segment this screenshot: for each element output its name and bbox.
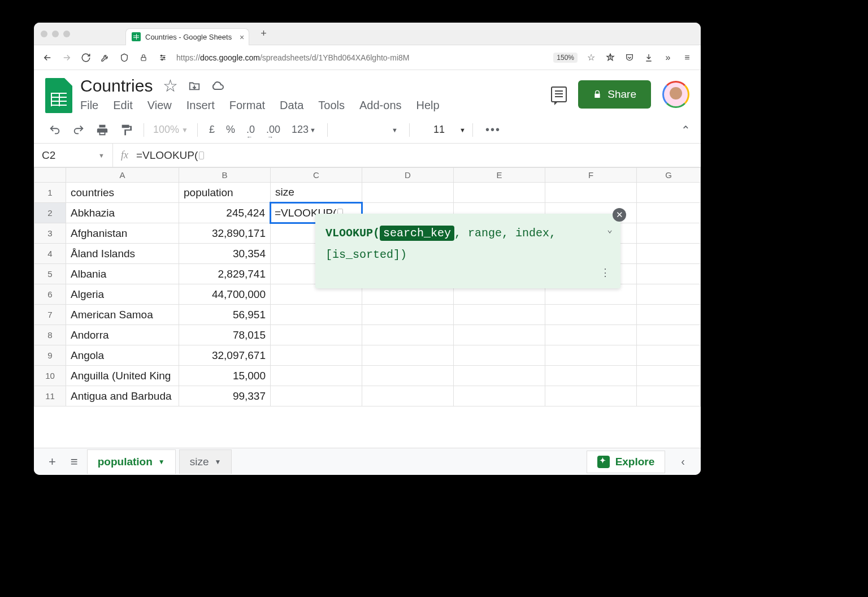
paint-format-icon[interactable]	[115, 120, 137, 140]
titlebar: Countries - Google Sheets × +	[34, 23, 701, 45]
svg-rect-0	[141, 57, 146, 60]
table-row: 1 countries population size	[34, 183, 701, 203]
svg-point-3	[162, 59, 163, 60]
formula-tooltip: ⌄ VLOOKUP(search_key, range, index, [is_…	[315, 214, 620, 288]
cloud-status-icon[interactable]	[211, 79, 224, 93]
browser-tab[interactable]: Countries - Google Sheets ×	[125, 28, 249, 45]
col-header-a[interactable]: A	[66, 168, 179, 183]
formula-input[interactable]: =VLOOKUP(	[136, 149, 204, 162]
tab-title: Countries - Google Sheets	[145, 33, 232, 41]
table-row: 10Anguilla (United King15,000	[34, 366, 701, 386]
download-icon[interactable]	[643, 52, 654, 63]
table-row: 8Andorra78,015	[34, 325, 701, 345]
star-icon[interactable]: ☆	[585, 52, 597, 63]
percent-button[interactable]: %	[222, 120, 240, 139]
col-header-b[interactable]: B	[179, 168, 271, 183]
menu-help[interactable]: Help	[416, 99, 440, 112]
name-box[interactable]: C2▼	[34, 144, 113, 167]
table-row: 11Antigua and Barbuda99,337	[34, 386, 701, 406]
more-toolbar-icon[interactable]: •••	[485, 123, 501, 136]
number-format-button[interactable]: 123▼	[287, 120, 320, 139]
back-icon[interactable]	[42, 52, 53, 63]
col-header-f[interactable]: F	[545, 168, 637, 183]
explore-button[interactable]: Explore	[587, 451, 666, 473]
permissions-icon[interactable]	[157, 52, 168, 63]
new-tab-button[interactable]: +	[261, 28, 267, 40]
traffic-lights[interactable]	[41, 31, 70, 37]
side-panel-toggle-icon[interactable]: ‹	[674, 451, 692, 473]
pocket-icon[interactable]	[624, 52, 635, 63]
reload-icon[interactable]	[80, 52, 92, 63]
forward-icon	[61, 52, 72, 63]
menu-addons[interactable]: Add-ons	[359, 99, 402, 112]
share-button[interactable]: Share	[578, 80, 651, 109]
menu-format[interactable]: Format	[229, 99, 265, 112]
account-avatar[interactable]	[662, 81, 689, 108]
print-icon[interactable]	[92, 120, 113, 140]
table-row: 7American Samoa56,951	[34, 305, 701, 325]
sheet-tab-bar: + ≡ population▼ size▼ Explore ‹	[34, 448, 701, 475]
chevrons-icon[interactable]: »	[662, 52, 674, 63]
increase-decimal-button[interactable]: .00→	[262, 120, 285, 139]
menu-view[interactable]: View	[147, 99, 172, 112]
fx-icon: fx	[113, 149, 136, 161]
menu-bar: File Edit View Insert Format Data Tools …	[80, 99, 543, 112]
sheet-tab-size[interactable]: size▼	[179, 449, 232, 474]
doc-title[interactable]: Countries	[80, 76, 153, 96]
font-select[interactable]: ▼	[335, 123, 402, 137]
url-bar: https://docs.google.com/spreadsheets/d/1…	[34, 45, 701, 70]
tooltip-close-icon[interactable]: ✕	[613, 208, 626, 222]
zoom-badge[interactable]: 150%	[553, 53, 578, 63]
tooltip-collapse-icon[interactable]: ⌄	[607, 222, 613, 239]
hamburger-icon[interactable]: ≡	[682, 52, 693, 63]
menu-edit[interactable]: Edit	[113, 99, 132, 112]
font-size-select[interactable]: 11 ▼	[433, 124, 466, 136]
svg-point-2	[163, 57, 164, 58]
move-doc-icon[interactable]	[188, 80, 201, 92]
star-doc-icon[interactable]: ☆	[163, 76, 178, 96]
undo-icon[interactable]	[44, 120, 66, 140]
bookmark-icon[interactable]	[605, 52, 616, 63]
svg-point-1	[161, 55, 162, 56]
all-sheets-button[interactable]: ≡	[65, 451, 84, 473]
menu-insert[interactable]: Insert	[186, 99, 215, 112]
col-header-c[interactable]: C	[271, 168, 362, 183]
explore-icon	[597, 456, 610, 468]
menu-tools[interactable]: Tools	[318, 99, 345, 112]
collapse-toolbar-icon[interactable]: ⌃	[681, 123, 691, 137]
spreadsheet-grid[interactable]: A B C D E F G 1 countries population siz…	[34, 167, 701, 448]
shield-icon[interactable]	[119, 52, 130, 63]
zoom-select[interactable]: 100% ▼	[151, 124, 190, 136]
lock-icon[interactable]	[138, 52, 149, 63]
docs-header: Countries ☆ File Edit View Insert Format…	[34, 70, 701, 113]
table-row: 9Angola32,097,671	[34, 345, 701, 366]
select-all-corner[interactable]	[34, 168, 66, 183]
toolbar: 100% ▼ £ % .0← .00→ 123▼ ▼ 11 ▼ ••• ⌃	[34, 116, 701, 144]
col-header-g[interactable]: G	[637, 168, 701, 183]
tooltip-more-icon[interactable]: ⋮	[600, 263, 610, 283]
redo-icon[interactable]	[68, 120, 89, 140]
sheets-logo-icon[interactable]	[45, 78, 72, 113]
col-header-e[interactable]: E	[454, 168, 545, 183]
menu-data[interactable]: Data	[280, 99, 303, 112]
wrench-icon[interactable]	[99, 52, 111, 63]
tab-close-icon[interactable]: ×	[240, 33, 244, 42]
sheet-tab-population[interactable]: population▼	[87, 449, 176, 474]
comments-icon[interactable]	[551, 86, 567, 102]
browser-window: Countries - Google Sheets × + https://do…	[34, 23, 701, 475]
add-sheet-button[interactable]: +	[43, 451, 62, 473]
sheets-favicon-icon	[132, 32, 141, 41]
menu-file[interactable]: File	[80, 99, 98, 112]
decrease-decimal-button[interactable]: .0←	[242, 120, 259, 139]
currency-button[interactable]: £	[205, 120, 219, 139]
col-header-d[interactable]: D	[362, 168, 454, 183]
url-text[interactable]: https://docs.google.com/spreadsheets/d/1…	[176, 53, 545, 62]
formula-bar: C2▼ fx =VLOOKUP(	[34, 144, 701, 167]
